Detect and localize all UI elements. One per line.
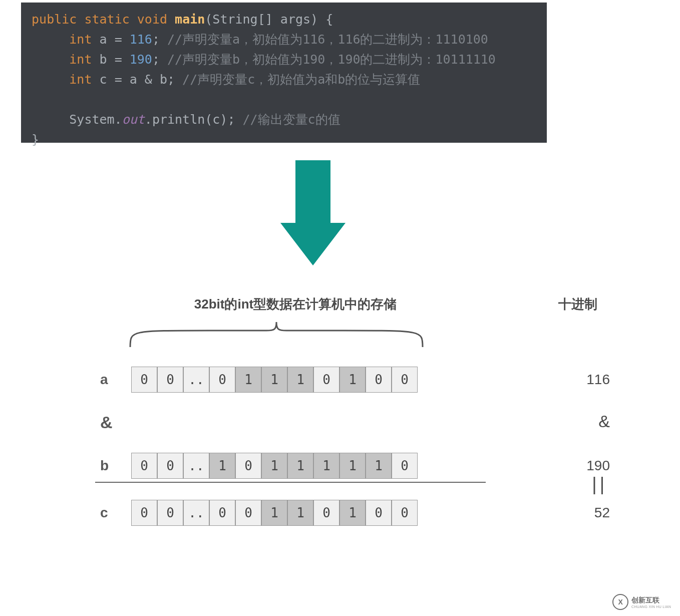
bit-cell: 0 — [209, 500, 235, 526]
op-value: & — [598, 412, 610, 431]
bit-cell: 0 — [157, 367, 183, 393]
bit-cell: 0 — [131, 500, 157, 526]
code-line-2: int a = 116; //声明变量a，初始值为116，116的二进制为：11… — [24, 30, 544, 50]
watermark-logo-icon: X — [612, 594, 628, 610]
bit-cell: 1 — [339, 500, 366, 526]
bit-cell: 0 — [366, 500, 392, 526]
brace-icon — [129, 321, 424, 348]
row-c-label: c — [100, 505, 108, 521]
op-label: & — [100, 413, 113, 432]
bit-cell: 0 — [157, 453, 183, 479]
bit-cell: 0 — [209, 367, 235, 393]
watermark-sub: CHUANG XIN HU LIAN — [631, 605, 671, 608]
bit-cell: 0 — [235, 453, 261, 479]
bit-cell: 1 — [366, 453, 392, 479]
bit-cell: .. — [183, 367, 209, 393]
bit-cell: 0 — [392, 367, 418, 393]
code-line-3: int b = 190; //声明变量b，初始值为190，190的二进制为：10… — [24, 50, 544, 70]
row-c-bits: 00..00110100 — [131, 500, 418, 526]
bit-cell: 0 — [157, 500, 183, 526]
row-c-value: 52 — [594, 505, 610, 521]
watermark-name: 创新互联 — [631, 596, 671, 605]
bit-cell: 1 — [339, 453, 366, 479]
bit-cell: 1 — [287, 453, 313, 479]
code-line-1: public static void main(String[] args) { — [24, 10, 544, 30]
bit-cell: 0 — [392, 453, 418, 479]
down-arrow-icon — [280, 160, 346, 268]
bit-cell: 1 — [313, 453, 339, 479]
row-a-bits: 00..01110100 — [131, 367, 418, 393]
code-line-4: int c = a & b; //声明变量c，初始值为a和b的位与运算值 — [24, 70, 544, 90]
row-a-label: a — [100, 372, 108, 388]
code-line-6: } — [24, 130, 544, 150]
decimal-header: 十进制 — [558, 295, 597, 313]
row-op: & & — [0, 410, 680, 438]
bit-cell: .. — [183, 500, 209, 526]
row-b-value: 190 — [586, 458, 610, 474]
bit-cell: 1 — [261, 367, 287, 393]
row-a: a 00..01110100 116 — [0, 367, 680, 395]
bit-cell: 0 — [392, 500, 418, 526]
code-line-5: System.out.println(c); //输出变量c的值 — [24, 110, 544, 130]
bit-cell: 1 — [287, 500, 313, 526]
equals-icon: || — [592, 474, 607, 495]
bit-cell: 1 — [261, 453, 287, 479]
row-a-value: 116 — [586, 372, 610, 388]
diagram-title: 32bit的int型数据在计算机中的存储 — [170, 295, 421, 313]
bit-cell: 0 — [131, 367, 157, 393]
bit-cell: 1 — [287, 367, 313, 393]
page-root: public static void main(String[] args) {… — [0, 0, 680, 616]
row-b-label: b — [100, 458, 109, 474]
code-block: public static void main(String[] args) {… — [21, 3, 547, 143]
row-c: c 00..00110100 52 — [0, 500, 680, 528]
bit-cell: 1 — [261, 500, 287, 526]
bit-cell: 1 — [235, 367, 261, 393]
row-b-bits: 00..10111110 — [131, 453, 418, 479]
code-line-blank — [24, 90, 544, 110]
bit-cell: 0 — [366, 367, 392, 393]
bit-cell: 0 — [313, 500, 339, 526]
bit-cell: .. — [183, 453, 209, 479]
bit-cell: 0 — [235, 500, 261, 526]
bit-diagram: 32bit的int型数据在计算机中的存储 十进制 — [0, 295, 680, 316]
bit-cell: 0 — [131, 453, 157, 479]
bit-cell: 1 — [209, 453, 235, 479]
bit-cell: 1 — [339, 367, 366, 393]
divider-line — [95, 482, 486, 483]
bit-cell: 0 — [313, 367, 339, 393]
row-b: b 00..10111110 190 — [0, 453, 680, 481]
watermark: X 创新互联 CHUANG XIN HU LIAN — [612, 594, 671, 610]
